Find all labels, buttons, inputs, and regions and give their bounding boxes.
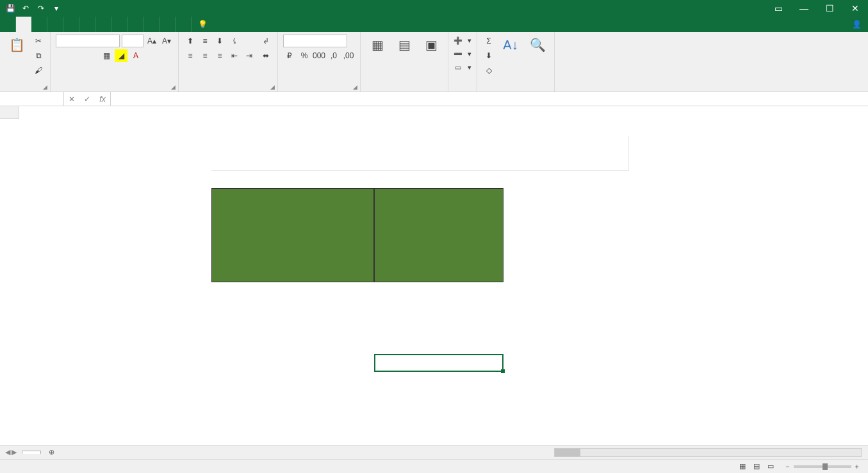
close-icon[interactable]: ✕ (842, 0, 868, 17)
bold-button[interactable] (56, 49, 69, 62)
inc-decimal-icon[interactable]: ,0 (327, 49, 340, 62)
horizontal-scrollbar[interactable] (554, 448, 862, 457)
thousands-icon[interactable]: 000 (313, 49, 325, 62)
percent-icon[interactable]: % (298, 49, 311, 62)
borders-icon[interactable]: ▦ (100, 49, 113, 62)
font-size-select[interactable] (122, 35, 143, 47)
name-box-input[interactable] (4, 95, 60, 104)
align-right-icon[interactable]: ≡ (213, 49, 226, 62)
tell-me[interactable]: 💡 (192, 17, 217, 32)
maximize-icon[interactable]: ☐ (817, 0, 842, 17)
tab-addins[interactable] (143, 17, 160, 32)
format-cells-button[interactable]: ▭ ▾ (454, 61, 471, 73)
font-color-icon[interactable]: A (129, 49, 142, 62)
indent-inc-icon[interactable]: ⇥ (243, 49, 256, 62)
indent-dec-icon[interactable]: ⇤ (228, 49, 241, 62)
tab-review[interactable] (95, 17, 111, 32)
tab-home[interactable] (16, 17, 31, 32)
zoom-out-icon[interactable]: − (785, 463, 789, 470)
redo-icon[interactable]: ↷ (36, 3, 46, 13)
cell-styles-button[interactable]: ▣ (420, 35, 443, 56)
cells-label (454, 89, 471, 90)
dec-decimal-icon[interactable]: ,00 (342, 49, 355, 62)
view-break-icon[interactable]: ▭ (765, 462, 776, 470)
table-header-date[interactable] (211, 188, 374, 282)
group-alignment: ⬆ ≡ ⬇ ⤹ ≡ ≡ ≡ ⇤ ⇥ ↲ ⬌ ◢ (179, 32, 278, 92)
sort-filter-button[interactable]: A↓ (499, 35, 522, 56)
table-header-text[interactable] (374, 188, 504, 282)
fill-handle[interactable] (501, 369, 505, 373)
spreadsheet-grid[interactable] (0, 106, 868, 445)
align-center-icon[interactable]: ≡ (199, 49, 211, 62)
paste-icon: 📋 (8, 36, 26, 54)
shrink-font-icon[interactable]: A▾ (160, 35, 173, 47)
view-normal-icon[interactable]: ▦ (737, 462, 748, 470)
fx-icon[interactable]: fx (95, 95, 110, 104)
tab-file[interactable] (0, 17, 16, 32)
formula-input[interactable] (115, 95, 864, 104)
merge-center-icon[interactable]: ⬌ (259, 49, 272, 62)
fill-color-icon[interactable]: ◢ (115, 49, 127, 62)
sheet-title[interactable] (211, 136, 629, 171)
tab-powerpivot[interactable] (160, 17, 176, 32)
font-launcher-icon[interactable]: ◢ (171, 84, 176, 90)
conditional-formatting-button[interactable]: ▦ (366, 35, 389, 56)
tab-team[interactable] (176, 17, 192, 32)
ribbon-tabs: 💡 👤 (0, 17, 868, 32)
delete-cells-button[interactable]: ➖ ▾ (454, 48, 471, 60)
share-button[interactable]: 👤 (852, 20, 862, 29)
underline-button[interactable] (85, 49, 98, 62)
confirm-formula-icon[interactable]: ✓ (79, 95, 95, 104)
italic-button[interactable] (70, 49, 83, 62)
align-top-icon[interactable]: ⬆ (184, 35, 197, 47)
clear-icon[interactable]: ◇ (482, 64, 495, 77)
group-clipboard: 📋 ✂ ⧉ 🖌 ◢ (0, 32, 51, 92)
minimize-icon[interactable]: — (791, 0, 817, 17)
grow-font-icon[interactable]: A▴ (145, 35, 158, 47)
name-box[interactable] (0, 92, 64, 106)
tab-view[interactable] (111, 17, 127, 32)
select-all-corner[interactable] (0, 106, 19, 119)
align-left-icon[interactable]: ≡ (184, 49, 197, 62)
title-bar: 💾 ↶ ↷ ▾ ▭ — ☐ ✕ (0, 0, 868, 17)
paste-button[interactable]: 📋 (5, 35, 28, 56)
sheet-nav-next-icon[interactable]: ▶ (12, 448, 17, 456)
cancel-formula-icon[interactable]: ✕ (64, 95, 79, 104)
view-layout-icon[interactable]: ▤ (751, 462, 762, 470)
save-icon[interactable]: 💾 (5, 3, 15, 13)
fill-icon[interactable]: ⬇ (482, 49, 495, 62)
alignment-launcher-icon[interactable]: ◢ (270, 84, 275, 90)
tab-insert[interactable] (31, 17, 47, 32)
add-sheet-icon[interactable]: ⊕ (45, 446, 58, 459)
number-launcher-icon[interactable]: ◢ (353, 84, 357, 90)
format-painter-icon[interactable]: 🖌 (32, 64, 45, 77)
tab-formulas[interactable] (63, 17, 79, 32)
cut-icon[interactable]: ✂ (32, 35, 45, 47)
qat-more-icon[interactable]: ▾ (51, 3, 61, 13)
sheet-tab[interactable] (22, 451, 41, 454)
undo-icon[interactable]: ↶ (20, 3, 31, 13)
align-middle-icon[interactable]: ≡ (199, 35, 211, 47)
tab-data[interactable] (79, 17, 95, 32)
font-name-select[interactable] (56, 35, 120, 47)
sheet-tab-bar: ◀ ▶ ⊕ (0, 445, 868, 459)
tab-layout[interactable] (47, 17, 63, 32)
zoom-in-icon[interactable]: + (855, 463, 859, 470)
zoom-slider[interactable] (794, 465, 851, 468)
ribbon: 📋 ✂ ⧉ 🖌 ◢ A▴ A▾ (0, 32, 868, 92)
wrap-text-icon[interactable]: ↲ (259, 35, 272, 47)
insert-cells-button[interactable]: ➕ ▾ (454, 35, 471, 46)
group-number: ₽ % 000 ,0 ,00 ◢ (278, 32, 361, 92)
number-format-select[interactable] (283, 35, 347, 47)
autosum-icon[interactable]: Σ (482, 35, 495, 47)
sheet-nav-prev-icon[interactable]: ◀ (5, 448, 10, 456)
orientation-icon[interactable]: ⤹ (228, 35, 241, 47)
find-select-button[interactable]: 🔍 (526, 35, 549, 56)
copy-icon[interactable]: ⧉ (32, 49, 45, 62)
format-as-table-button[interactable]: ▤ (393, 35, 416, 56)
currency-icon[interactable]: ₽ (283, 49, 296, 62)
align-bottom-icon[interactable]: ⬇ (213, 35, 226, 47)
tab-developer[interactable] (127, 17, 143, 32)
clipboard-launcher-icon[interactable]: ◢ (43, 84, 47, 90)
ribbon-options-icon[interactable]: ▭ (766, 0, 791, 17)
